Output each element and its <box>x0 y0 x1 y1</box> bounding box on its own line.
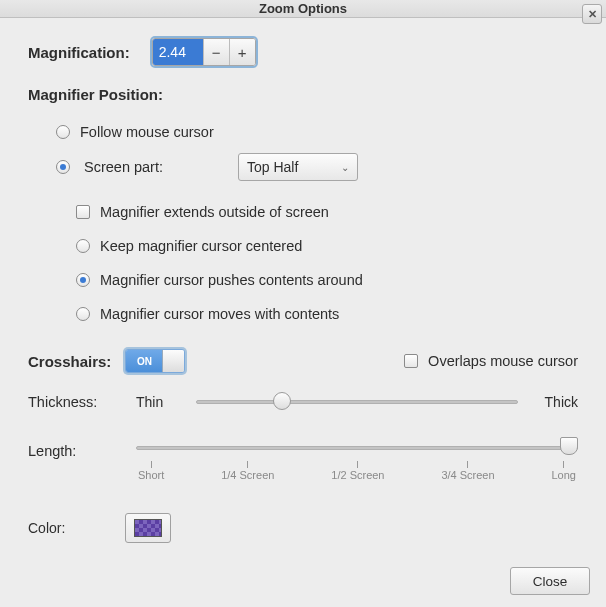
magnification-decrease-button[interactable]: − <box>203 39 229 65</box>
tick-label: Long <box>551 469 575 481</box>
radio-pushes-around[interactable]: Magnifier cursor pushes contents around <box>76 269 578 291</box>
screen-part-subgroup: Magnifier extends outside of screen Keep… <box>76 201 578 325</box>
thickness-slider[interactable] <box>196 391 518 413</box>
window-title: Zoom Options <box>259 1 347 16</box>
magnification-row: Magnification: − + <box>28 38 578 66</box>
thickness-row: Thickness: Thin Thick <box>28 391 578 413</box>
thickness-max-label: Thick <box>530 394 578 410</box>
toggle-knob <box>162 350 184 372</box>
radio-icon <box>76 273 90 287</box>
chevron-down-icon: ⌄ <box>341 162 349 173</box>
radio-screen-part[interactable]: Screen part: Top Half ⌄ <box>56 153 578 181</box>
magnification-label: Magnification: <box>28 44 130 61</box>
crosshairs-row: Crosshairs: ON Overlaps mouse cursor <box>28 349 578 373</box>
select-value: Top Half <box>247 159 298 175</box>
radio-icon <box>76 307 90 321</box>
close-icon: ✕ <box>588 8 597 21</box>
radio-icon <box>56 160 70 174</box>
magnifier-position-heading: Magnifier Position: <box>28 86 578 103</box>
tick-label: Short <box>138 469 164 481</box>
crosshairs-toggle[interactable]: ON <box>125 349 185 373</box>
thickness-label: Thickness: <box>28 394 124 410</box>
color-swatch-icon <box>134 519 162 537</box>
radio-follow-mouse[interactable]: Follow mouse cursor <box>56 121 578 143</box>
color-label: Color: <box>28 520 65 536</box>
checkbox-icon <box>404 354 418 368</box>
button-label: Close <box>533 574 568 589</box>
color-row: Color: <box>28 513 578 543</box>
radio-moves-with[interactable]: Magnifier cursor moves with contents <box>76 303 578 325</box>
radio-label: Follow mouse cursor <box>80 124 214 140</box>
magnification-spinner: − + <box>152 38 256 66</box>
color-picker-button[interactable] <box>125 513 171 543</box>
magnifier-position-group: Follow mouse cursor Screen part: Top Hal… <box>56 121 578 181</box>
tick-label: 1/4 Screen <box>221 469 274 481</box>
slider-thumb[interactable] <box>273 392 291 410</box>
thickness-min-label: Thin <box>136 394 184 410</box>
content-area: Magnification: − + Magnifier Position: F… <box>0 18 606 555</box>
radio-icon <box>56 125 70 139</box>
close-button[interactable]: Close <box>510 567 590 595</box>
screen-part-select[interactable]: Top Half ⌄ <box>238 153 358 181</box>
dialog-footer: Close <box>0 555 606 607</box>
check-extends-outside[interactable]: Magnifier extends outside of screen <box>76 201 578 223</box>
magnification-increase-button[interactable]: + <box>229 39 255 65</box>
length-row: Length: Short 1/4 Screen 1/2 Screen 3/4 … <box>28 437 578 481</box>
length-ticks: Short 1/4 Screen 1/2 Screen 3/4 Screen L… <box>136 461 578 481</box>
magnification-input[interactable] <box>153 39 203 65</box>
tick-label: 1/2 Screen <box>331 469 384 481</box>
length-label: Length: <box>28 437 124 459</box>
radio-keep-centered[interactable]: Keep magnifier cursor centered <box>76 235 578 257</box>
slider-thumb[interactable] <box>560 437 578 455</box>
titlebar: Zoom Options ✕ <box>0 0 606 18</box>
zoom-options-dialog: Zoom Options ✕ Magnification: − + Magnif… <box>0 0 606 607</box>
radio-label: Magnifier cursor pushes contents around <box>100 272 363 288</box>
window-close-button[interactable]: ✕ <box>582 4 602 24</box>
check-label: Magnifier extends outside of screen <box>100 204 329 220</box>
radio-icon <box>76 239 90 253</box>
check-label: Overlaps mouse cursor <box>428 353 578 369</box>
radio-label: Keep magnifier cursor centered <box>100 238 302 254</box>
radio-label: Screen part: <box>84 159 204 175</box>
check-overlaps-cursor[interactable]: Overlaps mouse cursor <box>404 350 578 372</box>
radio-label: Magnifier cursor moves with contents <box>100 306 339 322</box>
checkbox-icon <box>76 205 90 219</box>
length-slider[interactable] <box>136 437 578 459</box>
toggle-on-label: ON <box>126 350 162 372</box>
crosshairs-label: Crosshairs: <box>28 353 111 370</box>
tick-label: 3/4 Screen <box>441 469 494 481</box>
